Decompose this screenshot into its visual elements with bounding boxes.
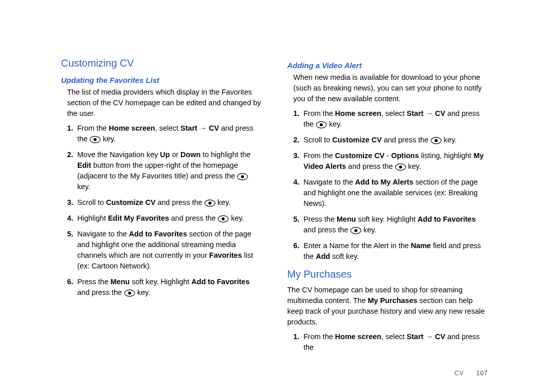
step: From the Home screen, select Start → CV … — [75, 123, 262, 144]
center-key-icon — [204, 199, 216, 207]
steps-list: From the Home screen, select Start → CV … — [301, 331, 488, 353]
step: From the Home screen, select Start → CV … — [301, 331, 488, 353]
manual-page: Customizing CV Updating the Favorites Li… — [0, 0, 549, 392]
page-number: 107 — [476, 370, 488, 377]
intro-paragraph: The list of media providers which displa… — [67, 87, 262, 119]
subsection-heading: Updating the Favorites List — [61, 75, 262, 86]
right-column: Adding a Video Alert When new media is a… — [287, 56, 488, 358]
step: Press the Menu soft key. Highlight Add t… — [301, 214, 488, 235]
section-heading: My Purchases — [287, 267, 488, 282]
steps-list: From the Home screen, select Start → CV … — [75, 123, 262, 298]
step: From the Customize CV - Options listing,… — [301, 150, 488, 172]
center-key-icon — [316, 121, 327, 129]
page-footer: CV 107 — [454, 370, 488, 377]
center-key-icon — [89, 136, 101, 143]
two-column-layout: Customizing CV Updating the Favorites Li… — [61, 56, 488, 358]
step: Navigate to the Add to Favorites section… — [75, 229, 262, 272]
step: Highlight Edit My Favorites and press th… — [75, 213, 262, 224]
intro-paragraph: When new media is available for download… — [293, 72, 488, 104]
steps-list: From the Home screen, select Start → CV … — [301, 108, 488, 262]
center-key-icon — [431, 137, 442, 144]
step: Press the Menu soft key. Highlight Add t… — [75, 277, 262, 298]
center-key-icon — [218, 215, 229, 223]
left-column: Customizing CV Updating the Favorites Li… — [61, 56, 262, 358]
footer-section: CV — [454, 370, 464, 377]
step: Scroll to Customize CV and press the key… — [301, 135, 488, 145]
center-key-icon — [124, 289, 135, 297]
center-key-icon — [350, 227, 361, 234]
step: Enter a Name for the Alert in the Name f… — [301, 240, 488, 262]
step: Scroll to Customize CV and press the key… — [75, 197, 262, 208]
subsection-heading: Adding a Video Alert — [287, 60, 488, 71]
section-heading: Customizing CV — [61, 56, 262, 71]
step: From the Home screen, select Start → CV … — [301, 108, 488, 130]
body-paragraph: The CV homepage can be used to shop for … — [287, 285, 488, 327]
step: Navigate to the Add to My Alerts section… — [301, 177, 488, 209]
step: Move the Navigation key Up or Down to hi… — [75, 149, 262, 192]
center-key-icon — [237, 173, 248, 180]
center-key-icon — [395, 163, 406, 171]
